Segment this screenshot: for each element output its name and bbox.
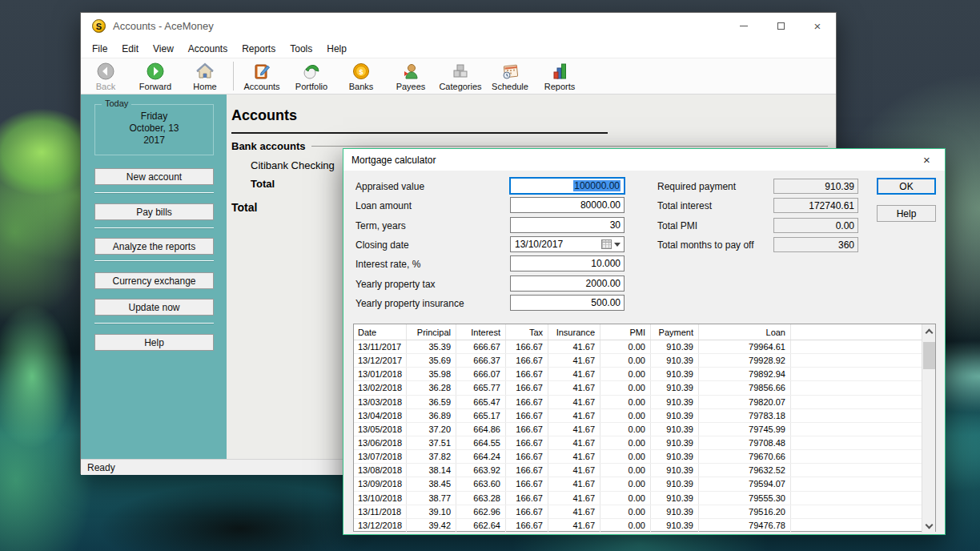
home-icon — [195, 62, 215, 81]
table-row[interactable]: 13/10/201838.77663.28166.6741.670.00910.… — [354, 492, 922, 505]
table-cell-filler — [791, 409, 922, 422]
accounts-button[interactable]: Accounts — [239, 59, 285, 93]
pay-bills-button[interactable]: Pay bills — [94, 203, 214, 220]
scroll-up-icon[interactable] — [926, 328, 932, 335]
table-cell: 666.67 — [456, 340, 506, 353]
table-row[interactable]: 13/09/201838.45663.60166.6741.670.00910.… — [354, 477, 922, 491]
chevron-down-icon[interactable] — [614, 243, 621, 247]
categories-button[interactable]: Categories — [437, 59, 484, 93]
table-row[interactable]: 13/03/201836.59665.47166.6741.670.00910.… — [354, 396, 922, 409]
analyze-reports-button[interactable]: Analyze the reports — [94, 238, 214, 255]
schedule-button[interactable]: Schedule — [487, 59, 533, 93]
property-tax-label: Yearly property tax — [355, 279, 436, 290]
property-insurance-input[interactable]: 500.00 — [510, 295, 625, 311]
table-cell: 166.67 — [506, 519, 548, 532]
interest-rate-input[interactable]: 10.000 — [510, 255, 625, 271]
scroll-down-icon[interactable] — [926, 522, 932, 529]
table-cell: 41.67 — [548, 340, 600, 353]
table-row[interactable]: 13/05/201837.20664.86166.6741.670.00910.… — [354, 423, 922, 436]
menu-help[interactable]: Help — [319, 41, 354, 57]
menu-accounts[interactable]: Accounts — [181, 41, 235, 57]
column-header-tax[interactable]: Tax — [506, 324, 548, 340]
menu-tools[interactable]: Tools — [283, 41, 319, 57]
table-row[interactable]: 13/12/201735.69666.37166.6741.670.00910.… — [354, 354, 922, 368]
total-months-output: 360 — [773, 237, 858, 252]
table-cell: 166.67 — [506, 423, 548, 436]
new-account-button[interactable]: New account — [94, 168, 214, 185]
minimize-button[interactable] — [725, 13, 762, 39]
close-icon: × — [923, 153, 930, 167]
maximize-icon — [777, 22, 785, 30]
table-row[interactable]: 13/02/201836.28665.77166.6741.670.00910.… — [354, 381, 922, 395]
column-header-payment[interactable]: Payment — [651, 324, 699, 340]
table-row[interactable]: 13/11/201735.39666.67166.6741.670.00910.… — [354, 340, 922, 354]
account-citibank-checking[interactable]: Citibank Checking — [251, 159, 335, 171]
table-cell: 41.67 — [548, 409, 600, 422]
scrollbar-thumb[interactable] — [923, 342, 935, 369]
table-row[interactable]: 13/06/201837.51664.55166.6741.670.00910.… — [354, 436, 922, 450]
title-bar[interactable]: S Accounts - AceMoney × — [81, 13, 836, 39]
table-row[interactable]: 13/12/201839.42662.64166.6741.670.00910.… — [354, 519, 922, 533]
table-row[interactable]: 13/08/201838.14663.92166.6741.670.00910.… — [354, 464, 922, 477]
table-cell: 0.00 — [600, 464, 651, 477]
column-header-insurance[interactable]: Insurance — [548, 324, 600, 340]
table-row[interactable]: 13/01/201835.98666.07166.6741.670.00910.… — [354, 368, 922, 381]
menu-edit[interactable]: Edit — [114, 41, 146, 57]
banks-button[interactable]: $ Banks — [338, 59, 384, 93]
table-cell: 79632.52 — [699, 464, 791, 477]
table-cell: 0.00 — [600, 450, 651, 463]
vertical-scrollbar[interactable] — [922, 324, 935, 533]
payees-button[interactable]: Payees — [388, 59, 434, 93]
table-cell-filler — [791, 368, 922, 380]
table-cell: 79476.78 — [699, 519, 791, 532]
help-button-sidebar[interactable]: Help — [94, 334, 214, 351]
term-years-input[interactable]: 30 — [510, 217, 625, 233]
today-groupbox: Today Friday October, 13 2017 — [94, 104, 214, 155]
reports-button[interactable]: Reports — [536, 59, 583, 93]
property-tax-input[interactable]: 2000.00 — [510, 276, 625, 292]
menu-view[interactable]: View — [146, 41, 181, 57]
sidebar-separator — [94, 227, 214, 228]
forward-button[interactable]: Forward — [132, 59, 179, 93]
interest-rate-label: Interest rate, % — [355, 259, 420, 270]
column-header-date[interactable]: Date — [354, 324, 407, 340]
portfolio-icon — [302, 62, 321, 81]
table-row[interactable]: 13/04/201836.89665.17166.6741.670.00910.… — [354, 409, 922, 423]
ok-button[interactable]: OK — [877, 178, 936, 195]
table-cell-filler — [791, 381, 922, 394]
table-row[interactable]: 13/11/201839.10662.96166.6741.670.00910.… — [354, 505, 922, 519]
column-header-loan[interactable]: Loan — [699, 324, 791, 340]
minimize-icon — [740, 26, 748, 26]
menu-file[interactable]: File — [85, 41, 114, 57]
table-cell: 37.82 — [407, 450, 456, 463]
table-cell: 0.00 — [600, 368, 651, 380]
table-cell: 41.67 — [548, 423, 600, 436]
appraised-value-input[interactable]: 100000.00 — [510, 178, 625, 194]
close-button[interactable]: × — [799, 13, 836, 39]
dialog-close-button[interactable]: × — [909, 149, 945, 171]
home-button[interactable]: Home — [182, 59, 228, 93]
closing-date-picker[interactable]: 13/10/2017 — [510, 236, 625, 252]
table-cell: 910.39 — [651, 354, 699, 367]
table-row[interactable]: 13/07/201837.82664.24166.6741.670.00910.… — [354, 450, 922, 464]
help-button[interactable]: Help — [877, 205, 936, 222]
column-header-filler — [791, 324, 922, 340]
table-cell-filler — [791, 450, 922, 463]
maximize-button[interactable] — [762, 13, 799, 39]
menu-reports[interactable]: Reports — [235, 41, 283, 57]
currency-exchange-button[interactable]: Currency exchange — [94, 272, 214, 289]
table-cell: 665.17 — [456, 409, 506, 422]
column-header-principal[interactable]: Principal — [407, 324, 456, 340]
toolbar-separator — [233, 62, 234, 90]
column-header-pmi[interactable]: PMI — [600, 324, 651, 340]
dialog-title-bar[interactable]: Mortgage calculator × — [343, 149, 945, 171]
update-now-button[interactable]: Update now — [94, 299, 214, 316]
column-header-interest[interactable]: Interest — [456, 324, 506, 340]
loan-amount-input[interactable]: 80000.00 — [510, 197, 625, 213]
back-button[interactable]: Back — [82, 59, 129, 93]
today-weekday: Friday — [95, 111, 213, 123]
table-cell-filler — [791, 396, 922, 408]
portfolio-button[interactable]: Portfolio — [288, 59, 335, 93]
table-cell: 38.45 — [407, 477, 456, 490]
grand-total-label: Total — [231, 201, 257, 214]
